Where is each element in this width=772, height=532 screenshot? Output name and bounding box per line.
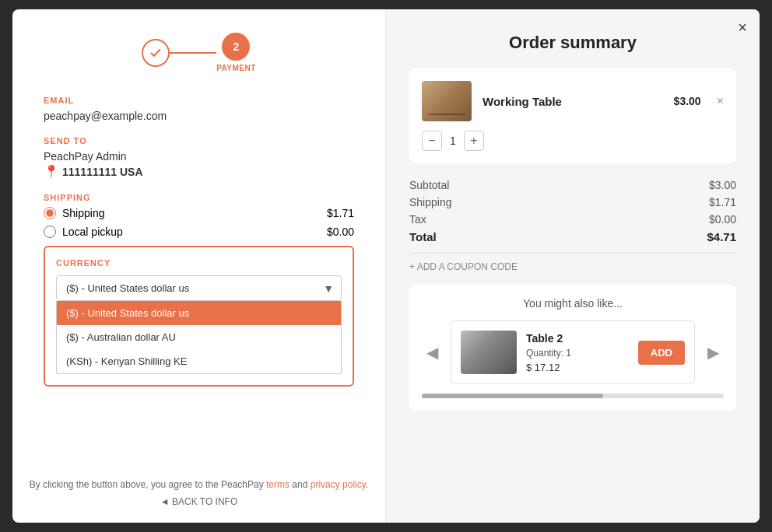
right-panel: Order summary Working Table $3.00 × − 1 … (386, 9, 760, 523)
checkout-modal: × 2 PAYMENT (12, 9, 760, 523)
product-card: Working Table $3.00 × − 1 + (409, 68, 736, 163)
rec-scrollbar-thumb (422, 394, 603, 398)
step-line (170, 52, 216, 54)
subtotal-label: Subtotal (409, 179, 449, 191)
quantity-decrease-button[interactable]: − (422, 131, 442, 151)
currency-label: CURRENCY (56, 258, 342, 268)
shipping-total-value: $1.71 (709, 196, 736, 208)
step-1-item (142, 39, 170, 67)
rec-prev-button[interactable]: ◀ (422, 340, 443, 365)
rec-item-name: Table 2 (526, 332, 629, 345)
email-value: peachpay@example.com (44, 110, 354, 122)
rec-item: Table 2 Quantity: 1 $ 17.12 ADD (451, 320, 695, 384)
total-label: Total (409, 230, 437, 243)
rec-item-quantity: Quantity: 1 (526, 348, 629, 359)
close-button[interactable]: × (738, 19, 747, 37)
left-footer: By clicking the button above, you agree … (12, 479, 385, 507)
dropdown-option-aud[interactable]: ($) - Australian dollar AU (57, 325, 341, 349)
dropdown-option-kes[interactable]: (KSh) - Kenyan Shilling KE (57, 349, 341, 373)
dropdown-option-usd[interactable]: ($) - United States dollar us (57, 301, 341, 325)
recommendations-section: You might also like... ◀ Table 2 Quantit… (409, 285, 736, 411)
local-pickup-label: Local pickup (62, 226, 123, 238)
sendto-name: PeachPay Admin (44, 150, 354, 163)
currency-select[interactable]: ($) - United States dollar us ($) - Aust… (56, 275, 342, 301)
shipping-option-label: Shipping (62, 207, 105, 219)
email-label: EMAIL (44, 96, 354, 105)
rec-item-image (461, 331, 517, 374)
shipping-radio[interactable] (44, 207, 56, 219)
quantity-control: − 1 + (422, 131, 724, 151)
tax-row: Tax $0.00 (409, 213, 736, 226)
stepper: 2 PAYMENT (44, 33, 354, 72)
step-2-item: 2 PAYMENT (216, 33, 256, 72)
rec-add-button[interactable]: ADD (638, 341, 685, 365)
footer-text: By clicking the button above, you agree … (12, 479, 385, 490)
tax-label: Tax (409, 213, 426, 226)
shipping-option-local: Local pickup $0.00 (44, 226, 354, 238)
step-2-circle: 2 (222, 33, 250, 61)
subtotal-value: $3.00 (709, 179, 736, 191)
currency-dropdown[interactable]: ($) - United States dollar us ($) - Aust… (56, 301, 342, 374)
rec-item-info: Table 2 Quantity: 1 $ 17.12 (526, 332, 629, 373)
coupon-code-link[interactable]: + ADD A COUPON CODE (409, 261, 736, 272)
shipping-row: Shipping $1.71 (409, 196, 736, 208)
step-1-circle (142, 39, 170, 67)
product-price: $3.00 (674, 95, 701, 107)
privacy-link[interactable]: privacy policy (311, 479, 366, 490)
totals-section: Subtotal $3.00 Shipping $1.71 Tax $0.00 … (409, 179, 736, 243)
quantity-value: 1 (450, 135, 456, 147)
shipping-option-shipping: Shipping $1.71 (44, 207, 354, 219)
step-2-label: PAYMENT (216, 64, 256, 72)
product-name: Working Table (482, 95, 663, 108)
local-pickup-radio[interactable] (44, 226, 56, 238)
sendto-address: 📍 111111111 USA (44, 164, 354, 179)
product-image (422, 81, 472, 121)
total-value: $4.71 (707, 230, 736, 243)
tax-value: $0.00 (709, 213, 736, 226)
left-panel: 2 PAYMENT EMAIL peachpay@example.com SEN… (12, 9, 386, 523)
rec-scrollbar (422, 394, 724, 398)
quantity-increase-button[interactable]: + (464, 131, 484, 151)
recommendations-title: You might also like... (422, 297, 724, 310)
terms-link[interactable]: terms (266, 479, 290, 490)
shipping-label: SHIPPING (44, 193, 354, 202)
grand-total-row: Total $4.71 (409, 230, 736, 243)
shipping-price: $1.71 (327, 207, 354, 219)
order-summary-title: Order summary (409, 33, 736, 53)
subtotal-row: Subtotal $3.00 (409, 179, 736, 191)
rec-next-button[interactable]: ▶ (703, 340, 724, 365)
product-row: Working Table $3.00 × (422, 81, 724, 121)
shipping-total-label: Shipping (409, 196, 452, 208)
rec-item-price: $ 17.12 (526, 362, 629, 373)
rec-carousel: ◀ Table 2 Quantity: 1 $ 17.12 ADD ▶ (422, 320, 724, 384)
pin-icon: 📍 (44, 164, 59, 179)
back-to-info-button[interactable]: ◄ BACK TO INFO (12, 496, 385, 507)
sendto-label: SEND TO (44, 136, 354, 145)
remove-product-button[interactable]: × (717, 94, 724, 108)
local-pickup-price: $0.00 (327, 226, 354, 238)
currency-section: CURRENCY ($) - United States dollar us (… (44, 246, 354, 387)
currency-select-wrapper: ($) - United States dollar us ($) - Aust… (56, 275, 342, 301)
